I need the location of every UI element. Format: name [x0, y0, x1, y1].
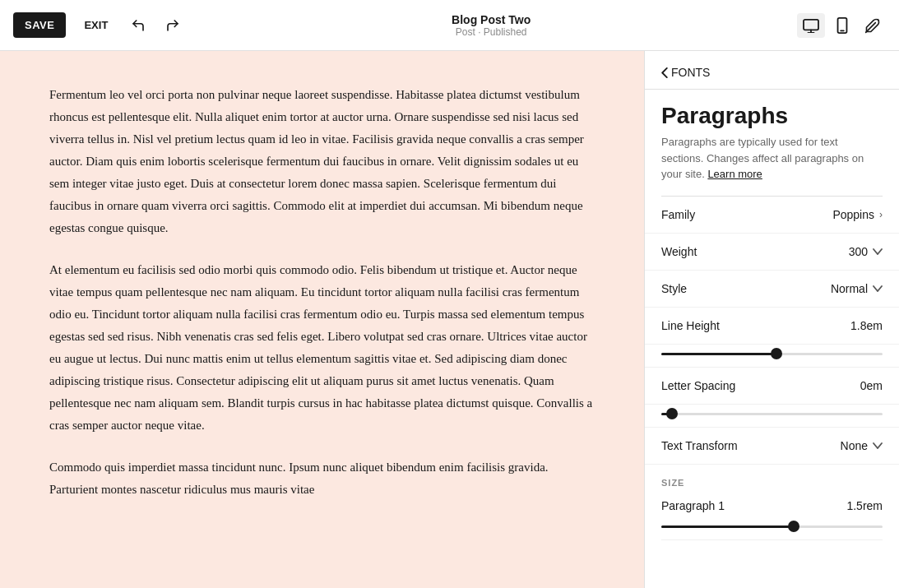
letter-spacing-label: Letter Spacing	[661, 379, 735, 392]
editor-area: Fermentum leo vel orci porta non pulvina…	[0, 51, 644, 588]
save-button[interactable]: SAVE	[13, 12, 66, 38]
family-label: Family	[661, 208, 695, 221]
style-value: Normal	[831, 282, 868, 295]
fonts-back-label: FONTS	[671, 66, 710, 79]
text-transform-value: None	[841, 439, 868, 452]
family-value: Poppins	[832, 208, 874, 221]
right-panel: FONTS Paragraphs Paragraphs are typicall…	[644, 51, 899, 588]
paragraph1-slider[interactable]	[661, 525, 883, 528]
paragraph1-size-name: Paragraph 1	[661, 499, 725, 512]
mobile-view-button[interactable]	[832, 12, 853, 39]
text-transform-label: Text Transform	[661, 439, 738, 452]
svg-rect-0	[804, 19, 818, 30]
line-height-label: Line Height	[661, 319, 720, 332]
paragraph-3: Commodo quis imperdiet massa tincidunt n…	[49, 456, 595, 501]
family-chevron-icon: ›	[879, 209, 883, 220]
letter-spacing-thumb[interactable]	[666, 408, 678, 419]
topbar: SAVE EXIT Blog Post Two Post · Published	[0, 0, 899, 51]
paragraph1-slider-row	[661, 525, 883, 540]
paragraph-2: At elementum eu facilisis sed odio morbi…	[49, 259, 595, 437]
view-controls	[797, 12, 886, 39]
panel-section-title: Paragraphs	[645, 90, 899, 134]
line-height-thumb[interactable]	[771, 348, 782, 359]
weight-row: Weight 300	[645, 234, 899, 271]
style-label: Style	[661, 282, 687, 295]
size-section-label: SIZE	[661, 478, 883, 488]
family-control[interactable]: Poppins ›	[832, 208, 883, 221]
undo-button[interactable]	[126, 13, 151, 38]
main-content: Fermentum leo vel orci porta non pulvina…	[0, 51, 899, 588]
family-row: Family Poppins ›	[645, 197, 899, 234]
paragraph-1: Fermentum leo vel orci porta non pulvina…	[49, 84, 595, 239]
letter-spacing-slider[interactable]	[661, 413, 883, 415]
panel-header: FONTS	[645, 51, 899, 90]
size-section: SIZE Paragraph 1 1.5rem	[645, 465, 899, 540]
line-height-slider-row	[645, 345, 899, 368]
svg-line-5	[866, 22, 876, 32]
letter-spacing-row: Letter Spacing 0em	[645, 368, 899, 405]
letter-spacing-value: 0em	[860, 379, 883, 392]
line-height-slider[interactable]	[661, 353, 883, 355]
desktop-view-button[interactable]	[797, 13, 825, 38]
page-subtitle: Post · Published	[456, 26, 527, 38]
weight-value: 300	[849, 245, 868, 258]
text-transform-chevron-icon	[873, 442, 883, 449]
exit-button[interactable]: EXIT	[76, 12, 116, 38]
redo-button[interactable]	[160, 13, 185, 38]
line-height-value: 1.8em	[850, 319, 883, 332]
weight-label: Weight	[661, 245, 697, 258]
line-height-row: Line Height 1.8em	[645, 308, 899, 345]
weight-control[interactable]: 300	[849, 245, 883, 258]
style-chevron-icon	[873, 285, 883, 292]
brush-tool-button[interactable]	[860, 12, 886, 39]
editor-text: Fermentum leo vel orci porta non pulvina…	[49, 84, 595, 501]
page-title: Blog Post Two	[452, 13, 531, 26]
paragraph1-thumb[interactable]	[788, 521, 799, 532]
text-transform-row: Text Transform None	[645, 428, 899, 465]
letter-spacing-slider-row	[645, 405, 899, 428]
topbar-center: Blog Post Two Post · Published	[195, 13, 787, 38]
learn-more-link[interactable]: Learn more	[707, 168, 762, 180]
style-control[interactable]: Normal	[831, 282, 883, 295]
fonts-back-button[interactable]: FONTS	[661, 66, 710, 79]
paragraph1-size-value: 1.5rem	[846, 499, 883, 512]
text-transform-control[interactable]: None	[841, 439, 883, 452]
paragraph1-size-row: Paragraph 1 1.5rem	[661, 491, 883, 521]
weight-chevron-icon	[873, 248, 883, 255]
style-row: Style Normal	[645, 271, 899, 308]
panel-section-subtitle: Paragraphs are typically used for text s…	[645, 134, 899, 196]
